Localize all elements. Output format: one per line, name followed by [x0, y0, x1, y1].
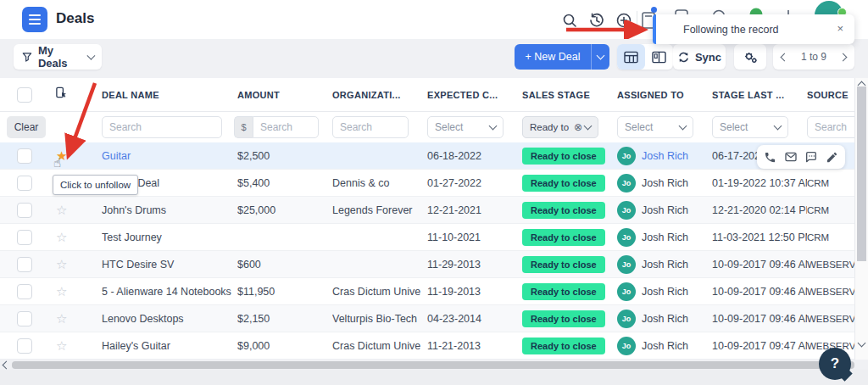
expected-close-date-cell: 12-21-2021	[427, 204, 522, 216]
star-icon[interactable]: ☆	[41, 338, 67, 353]
column-header-assigned-to[interactable]: ASSIGNED TO	[617, 90, 712, 100]
deal-name-link[interactable]: Test Journey	[102, 232, 237, 243]
horizontal-scrollbar-thumb[interactable]	[12, 361, 854, 369]
help-button[interactable]: ?	[819, 348, 851, 380]
row-checkbox[interactable]	[17, 230, 32, 245]
kanban-view-toggle[interactable]	[645, 44, 673, 70]
expected-close-date-cell: 01-27-2022	[427, 177, 522, 189]
refresh-icon	[677, 51, 690, 64]
stage-last-updated-cell: 10-09-2017 09:46 AM	[712, 286, 807, 298]
vertical-scrollbar[interactable]	[854, 78, 868, 360]
table-row[interactable]: ☆ Lenovo Desktops $2,150 Velturpis Bio-T…	[0, 305, 854, 332]
search-icon[interactable]	[561, 12, 578, 29]
column-header-amount[interactable]: AMOUNT	[237, 90, 332, 100]
star-icon[interactable]: ☆	[41, 257, 67, 271]
row-checkbox[interactable]	[17, 203, 32, 218]
close-icon[interactable]: ×	[837, 22, 843, 36]
deal-name-filter-input[interactable]	[102, 116, 222, 138]
hamburger-menu-button[interactable]	[22, 7, 47, 32]
list-filter-button[interactable]: My Deals	[14, 44, 102, 70]
stage-last-filter-select[interactable]: Select	[712, 116, 788, 138]
avatar: Jo	[617, 228, 636, 247]
assigned-to-link[interactable]: Josh Rich	[642, 232, 688, 243]
row-checkbox[interactable]	[17, 338, 32, 354]
edit-icon[interactable]	[826, 151, 838, 164]
organization-cell: Dennis & co	[332, 177, 427, 189]
table-header: DEAL NAME AMOUNT ORGANIZATI... EXPECTED …	[0, 78, 854, 112]
row-checkbox[interactable]	[17, 257, 32, 272]
assigned-to-link[interactable]: Josh Rich	[642, 150, 688, 162]
deal-name-link[interactable]: John's Drums	[102, 204, 237, 216]
table-row[interactable]: ☆ HTC Desire SV $600 11-29-2013 Ready to…	[0, 251, 854, 278]
sales-stage-filter-select[interactable]: Ready to ... ⊗	[522, 116, 598, 138]
page-next-icon[interactable]	[839, 53, 848, 61]
row-checkbox[interactable]	[17, 148, 32, 164]
hand-cursor-icon: ☝	[53, 155, 61, 170]
table-row[interactable]: ☆ John's Drums $25,000 Legends Forever 1…	[0, 197, 854, 224]
star-icon[interactable]: ☆	[41, 230, 67, 244]
row-checkbox[interactable]	[17, 311, 32, 326]
history-icon[interactable]	[588, 12, 605, 29]
column-header-deal-name[interactable]: DEAL NAME	[102, 90, 237, 100]
settings-button[interactable]	[734, 44, 766, 70]
stage-last-updated-cell: 01-19-2022 10:37 AM	[712, 177, 807, 189]
assigned-to-link[interactable]: Josh Rich	[642, 177, 688, 189]
column-header-sales-stage[interactable]: SALES STAGE	[522, 90, 617, 100]
list-view-toggle[interactable]	[617, 44, 645, 70]
deal-name-link[interactable]: Lenovo Desktops	[102, 313, 237, 325]
assigned-to-link[interactable]: Josh Rich	[642, 204, 688, 216]
topbar-divider	[637, 11, 637, 30]
table-row[interactable]: ★ Guitar $2,500 06-18-2022 Ready to clos…	[0, 142, 854, 170]
amount-filter-input[interactable]	[253, 116, 319, 138]
column-header-expected-close[interactable]: EXPECTED C...	[427, 90, 522, 100]
avatar: Jo	[617, 310, 636, 328]
deal-name-link[interactable]: 5 - Alienware 14 Notebooks	[102, 286, 237, 298]
assigned-to-link[interactable]: Josh Rich	[642, 313, 688, 325]
assigned-to-filter-select[interactable]: Select	[617, 116, 693, 138]
table-view-icon	[624, 51, 638, 64]
deal-name-link[interactable]: HTC Desire SV	[102, 259, 237, 271]
new-deal-dropdown-toggle[interactable]	[592, 55, 609, 59]
star-icon[interactable]: ☆	[41, 311, 67, 326]
assigned-to-link[interactable]: Josh Rich	[642, 259, 688, 271]
kanban-view-icon	[652, 51, 666, 64]
column-header-organization[interactable]: ORGANIZATI...	[332, 90, 427, 100]
list-filter-label: My Deals	[38, 44, 82, 70]
table-row[interactable]: ☆ Hailey's Guitar $9,000 Cras Dictum Uni…	[0, 332, 854, 360]
star-icon[interactable]: ☆	[41, 203, 67, 217]
chevron-down-icon	[489, 122, 498, 131]
star-icon[interactable]: ☆	[41, 284, 67, 299]
chat-icon[interactable]	[804, 150, 818, 164]
select-all-checkbox[interactable]	[17, 87, 32, 103]
organization-filter-input[interactable]	[332, 116, 409, 138]
assigned-to-link[interactable]: Josh Rich	[642, 340, 688, 352]
deal-name-link[interactable]: Hailey's Guitar	[102, 340, 237, 352]
column-header-stage-last[interactable]: STAGE LAST ...	[712, 90, 807, 100]
assigned-to-link[interactable]: Josh Rich	[642, 286, 688, 298]
new-deal-label: + New Deal	[515, 51, 591, 63]
sync-button[interactable]: Sync	[673, 44, 726, 70]
row-checkbox[interactable]	[17, 176, 32, 191]
scroll-left-icon[interactable]	[3, 361, 11, 370]
clear-stage-filter-icon[interactable]: ⊗	[574, 121, 582, 133]
clear-filters-button[interactable]: Clear	[7, 116, 46, 138]
email-icon[interactable]	[784, 150, 798, 164]
deal-name-link[interactable]: Guitar	[102, 150, 237, 162]
tooltip-accent-stripe	[653, 14, 656, 44]
horizontal-scrollbar[interactable]	[0, 360, 868, 370]
expected-close-date-cell: 04-23-2014	[427, 313, 522, 325]
table-row[interactable]: ☆ 5 - Alienware 14 Notebooks $11,950 Cra…	[0, 278, 854, 305]
scroll-down-icon[interactable]	[858, 339, 866, 348]
quick-create-icon[interactable]	[615, 12, 632, 29]
source-cell: WEBSERVICES	[807, 259, 854, 270]
call-icon[interactable]	[764, 151, 776, 164]
table-row[interactable]: ☆ Test Journey 11-10-2021 Ready to close…	[0, 224, 854, 251]
sales-stage-badge: Ready to close	[522, 256, 605, 273]
page-prev-icon[interactable]	[781, 53, 789, 61]
expected-close-filter-select[interactable]: Select	[427, 116, 504, 138]
vertical-scrollbar-thumb[interactable]	[857, 86, 866, 261]
deals-list-view: Deals Following th	[0, 0, 868, 385]
new-deal-button[interactable]: + New Deal	[515, 44, 609, 70]
source-cell: CRM	[807, 178, 854, 188]
row-checkbox[interactable]	[17, 284, 32, 299]
